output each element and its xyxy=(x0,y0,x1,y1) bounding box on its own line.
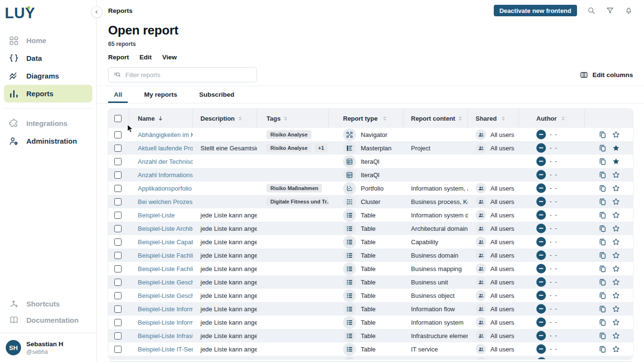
user-profile[interactable]: SH Sebastian H @sebha xyxy=(0,338,96,357)
report-name-link[interactable]: Applikationsporfolio Ü... xyxy=(138,185,193,192)
sidebar-item-documentation[interactable]: Documentation xyxy=(4,312,92,328)
report-name-link[interactable]: Beispiel-Liste Capability xyxy=(138,238,193,246)
deactivate-new-frontend-button[interactable]: Deactivate new frontend xyxy=(494,5,577,16)
star-outline-icon[interactable] xyxy=(612,251,620,260)
star-outline-icon[interactable] xyxy=(612,291,620,300)
breadcrumb[interactable]: Reports xyxy=(108,7,133,14)
table-row[interactable]: Beispiel-Liste Capabilityjede Liste kann… xyxy=(108,235,633,249)
search-icon[interactable] xyxy=(587,6,596,15)
sort-both-icon[interactable] xyxy=(238,115,243,122)
column-header-name[interactable]: Name xyxy=(129,109,193,128)
table-row[interactable]: Bei welchen Prozessen...Digitale Fitness… xyxy=(108,195,633,208)
copy-report-icon[interactable] xyxy=(599,345,607,353)
copy-report-icon[interactable] xyxy=(599,144,607,152)
copy-report-icon[interactable] xyxy=(599,318,607,327)
row-checkbox[interactable] xyxy=(114,198,122,205)
table-row[interactable]: Beispiel-Liste Informati...jede Liste ka… xyxy=(108,302,633,316)
report-name-link[interactable]: Anzahl der Technische... xyxy=(138,158,193,165)
table-row[interactable]: Abhängigkeiten im Kon...Risiko AnalyseNa… xyxy=(108,128,633,141)
sidebar-item-administration[interactable]: Administration xyxy=(4,132,92,150)
report-name-link[interactable]: Aktuell laufende Projek... xyxy=(138,145,193,152)
sidebar-item-reports[interactable]: Reports xyxy=(4,85,92,102)
tab-my-reports[interactable]: My reports xyxy=(138,86,183,103)
report-name-link[interactable]: Beispiel-Liste Fachlich... xyxy=(138,252,193,259)
copy-report-icon[interactable] xyxy=(599,265,607,273)
row-checkbox[interactable] xyxy=(114,158,122,165)
row-checkbox[interactable] xyxy=(114,265,122,272)
report-name-link[interactable]: Beispiel-Liste Geschäft... xyxy=(138,279,193,286)
notifications-icon[interactable] xyxy=(624,6,633,15)
report-name-link[interactable]: Beispiel-Liste Fachlich... xyxy=(138,265,193,272)
column-header-shared[interactable]: Shared xyxy=(468,109,519,128)
row-checkbox[interactable] xyxy=(114,252,122,259)
column-header-description[interactable]: Description xyxy=(193,109,257,128)
copy-report-icon[interactable] xyxy=(599,131,607,139)
filter-reports-input[interactable] xyxy=(124,71,252,79)
report-name-link[interactable]: Beispiel-Liste Informati... xyxy=(138,319,193,326)
sort-both-icon[interactable] xyxy=(382,115,387,122)
copy-report-icon[interactable] xyxy=(599,198,607,206)
menu-view[interactable]: View xyxy=(162,54,177,61)
row-checkbox[interactable] xyxy=(114,145,122,152)
row-checkbox[interactable] xyxy=(114,292,122,299)
star-outline-icon[interactable] xyxy=(612,331,620,340)
report-name-link[interactable]: Beispiel-Liste Geschäft... xyxy=(138,292,193,299)
edit-columns-button[interactable]: Edit columns xyxy=(580,71,633,79)
copy-report-icon[interactable] xyxy=(599,211,607,219)
sort-both-icon[interactable] xyxy=(561,115,566,122)
table-row[interactable]: Anzahl Informationssy...IteraQl- - xyxy=(108,168,633,181)
row-checkbox[interactable] xyxy=(114,346,122,353)
sidebar-item-integrations[interactable]: Integrations xyxy=(4,114,92,132)
copy-report-icon[interactable] xyxy=(599,251,607,260)
sort-down-icon[interactable] xyxy=(157,115,164,122)
table-row[interactable]: Beispiel-Liste Fachlich...jede Liste kan… xyxy=(108,249,633,262)
star-filled-icon[interactable] xyxy=(612,157,620,166)
copy-report-icon[interactable] xyxy=(599,332,607,340)
copy-report-icon[interactable] xyxy=(599,225,607,233)
row-checkbox[interactable] xyxy=(114,185,122,192)
report-name-link[interactable]: Beispiel-Liste xyxy=(138,212,175,219)
sort-both-icon[interactable] xyxy=(501,115,506,122)
star-outline-icon[interactable] xyxy=(612,130,620,139)
table-row[interactable]: Beispiel-Listejede Liste kann angepa...T… xyxy=(108,208,633,222)
table-row[interactable]: Beispiel-Liste Fachlich...jede Liste kan… xyxy=(108,262,633,275)
star-outline-icon[interactable] xyxy=(612,305,620,313)
report-name-link[interactable]: Beispiel-Liste IT-Servic... xyxy=(138,346,193,353)
row-checkbox[interactable] xyxy=(114,171,122,179)
row-checkbox[interactable] xyxy=(114,225,122,232)
row-checkbox[interactable] xyxy=(114,212,122,219)
report-name-link[interactable]: Bei welchen Prozessen... xyxy=(138,198,193,205)
tab-all[interactable]: All xyxy=(108,86,128,103)
star-outline-icon[interactable] xyxy=(612,184,620,192)
star-filled-icon[interactable] xyxy=(612,144,620,152)
report-name-link[interactable]: Beispiel-Liste Infrastru... xyxy=(138,332,193,339)
select-all-checkbox[interactable] xyxy=(114,115,122,122)
copy-report-icon[interactable] xyxy=(599,292,607,300)
sidebar-collapse-button[interactable] xyxy=(91,6,102,18)
report-name-link[interactable]: Abhängigkeiten im Kon... xyxy=(138,131,193,138)
star-outline-icon[interactable] xyxy=(612,170,620,179)
table-row[interactable]: Beispiel-Liste IT-Servic...jede Liste ka… xyxy=(108,342,633,356)
table-row[interactable]: Beispiel-Liste Informati...jede Liste ka… xyxy=(108,316,633,329)
copy-report-icon[interactable] xyxy=(599,184,607,192)
table-row[interactable]: Anzahl der Technische...IteraQl- - xyxy=(108,155,633,168)
report-name-link[interactable]: Beispiel-Liste Architekt... xyxy=(138,225,193,232)
row-checkbox[interactable] xyxy=(114,332,122,339)
copy-report-icon[interactable] xyxy=(599,278,607,286)
column-header-tags[interactable]: Tags xyxy=(257,109,329,128)
row-checkbox[interactable] xyxy=(114,279,122,286)
star-outline-icon[interactable] xyxy=(612,238,620,246)
copy-report-icon[interactable] xyxy=(599,305,607,313)
filter-reports-box[interactable] xyxy=(108,67,257,82)
menu-report[interactable]: Report xyxy=(108,54,129,61)
menu-edit[interactable]: Edit xyxy=(140,54,152,61)
column-header-report-type[interactable]: Report type xyxy=(329,109,403,128)
star-outline-icon[interactable] xyxy=(612,264,620,273)
copy-report-icon[interactable] xyxy=(599,171,607,179)
table-row[interactable]: Beispiel-Liste Infrastru...jede Liste ka… xyxy=(108,329,633,342)
star-outline-icon[interactable] xyxy=(612,345,620,353)
sort-both-icon[interactable] xyxy=(283,115,288,122)
copy-report-icon[interactable] xyxy=(599,238,607,246)
luy-logo[interactable]: LUY xyxy=(0,0,96,22)
sidebar-item-data[interactable]: Data xyxy=(4,49,92,67)
